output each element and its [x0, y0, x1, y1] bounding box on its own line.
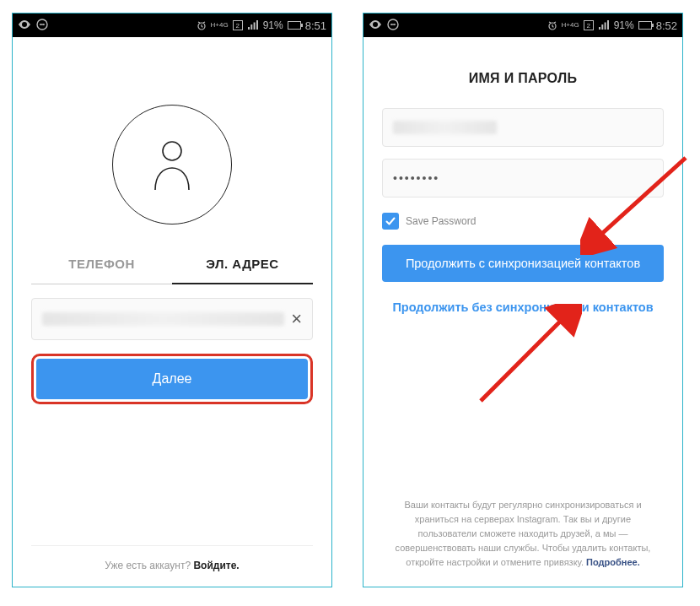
footer-text: Уже есть аккаунт?: [105, 560, 193, 571]
signal-icon: [598, 20, 610, 30]
teamviewer-icon: [36, 19, 48, 33]
next-button[interactable]: Далее: [36, 359, 308, 399]
login-footer: Уже есть аккаунт? Войдите.: [31, 545, 313, 587]
status-bar: H+ 4G 2 91% 8:52: [363, 14, 682, 37]
teamviewer-icon: [387, 19, 399, 33]
network-label: H+: [211, 22, 219, 29]
phone-screen-left: H+ 4G 2 91% 8:51 ТЕЛЕФОН ЭЛ: [12, 13, 332, 587]
battery-icon: [638, 21, 652, 30]
learn-more-link[interactable]: Подробнее.: [586, 557, 640, 567]
svg-point-3: [163, 142, 181, 160]
email-value-redacted: [42, 312, 284, 326]
clock-time: 8:51: [305, 19, 326, 32]
signal-icon: [247, 20, 259, 30]
avatar-placeholder[interactable]: [112, 105, 232, 225]
eye-icon: [369, 19, 382, 31]
page-title: ИМЯ И ПАРОЛЬ: [382, 71, 664, 86]
sim-label: 2: [586, 22, 590, 30]
name-value-redacted: [393, 121, 497, 134]
clock-time: 8:52: [656, 19, 677, 32]
continue-sync-button[interactable]: Продолжить с синхронизацией контактов: [382, 245, 664, 282]
name-field[interactable]: [382, 108, 664, 147]
svg-rect-1: [40, 24, 44, 24]
tab-email[interactable]: ЭЛ. АДРЕС: [172, 257, 313, 284]
network-type-icon: H+ 4G: [211, 22, 229, 29]
network-type-icon: H+ 4G: [562, 22, 579, 29]
login-link[interactable]: Войдите.: [193, 560, 239, 571]
clear-input-icon[interactable]: ×: [284, 310, 302, 328]
battery-percentage: 91%: [614, 19, 634, 31]
battery-icon: [288, 21, 301, 30]
network-sublabel: 4G: [570, 22, 579, 29]
save-password-label: Save Password: [406, 215, 476, 227]
person-icon: [148, 138, 196, 192]
battery-percentage: 91%: [263, 19, 283, 31]
save-password-checkbox[interactable]: [382, 213, 399, 230]
phone-screen-right: H+ 4G 2 91% 8:52 ИМЯ И ПАРОЛЬ ••••••••: [363, 13, 683, 587]
status-bar: H+ 4G 2 91% 8:51: [13, 14, 331, 37]
network-sublabel: 4G: [219, 22, 229, 29]
sim-label: 2: [235, 22, 239, 30]
svg-rect-5: [391, 24, 395, 24]
contacts-disclaimer: Ваши контакты будут регулярно синхронизи…: [382, 498, 664, 587]
alarm-icon: [197, 20, 207, 30]
check-icon: [385, 215, 396, 227]
tab-phone[interactable]: ТЕЛЕФОН: [31, 257, 172, 284]
auth-tabs: ТЕЛЕФОН ЭЛ. АДРЕС: [31, 257, 313, 284]
sim-icon: 2: [584, 20, 594, 30]
sim-icon: 2: [233, 20, 243, 30]
email-field[interactable]: ×: [31, 298, 313, 340]
highlight-annotation: Далее: [31, 354, 313, 404]
network-label: H+: [562, 22, 570, 29]
continue-no-sync-link[interactable]: Продолжить без синхронизации контактов: [382, 300, 664, 314]
password-field[interactable]: ••••••••: [382, 159, 664, 197]
password-value-masked: ••••••••: [393, 171, 439, 185]
eye-icon: [18, 19, 31, 31]
alarm-icon: [547, 20, 557, 30]
